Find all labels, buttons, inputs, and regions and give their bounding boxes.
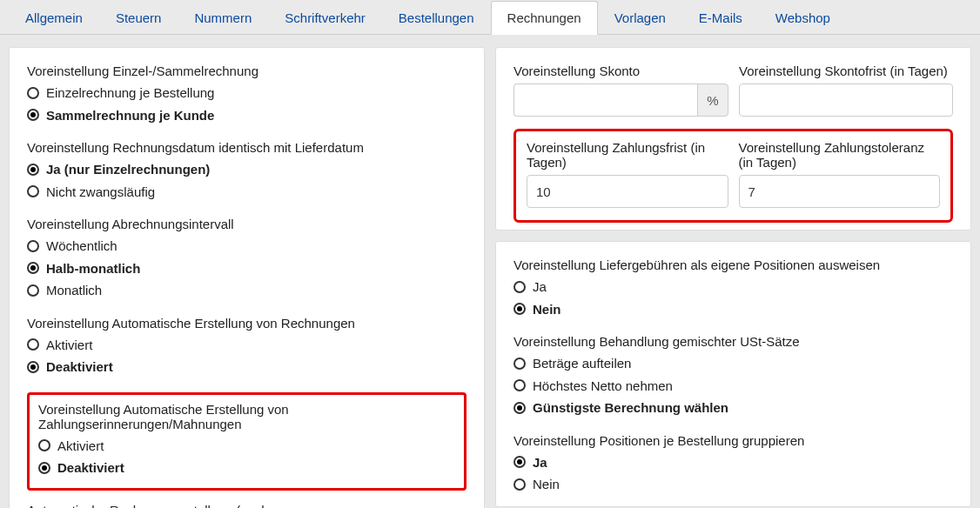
right-panel-bottom: Voreinstellung Liefergebühren als eigene…: [495, 241, 971, 507]
opt-halb-monatlich[interactable]: Halb-monatlich: [27, 257, 467, 280]
input-zahlungstoleranz[interactable]: [739, 175, 941, 208]
radio-icon: [27, 240, 39, 252]
radio-icon: [513, 478, 526, 491]
opt-hoechstes-netto[interactable]: Höchstes Netto nehmen: [513, 375, 953, 398]
opt-einzelrechnung[interactable]: Einzelrechnung je Bestellung: [27, 82, 467, 104]
radio-icon: [38, 462, 50, 474]
opt-ja-einzel[interactable]: Ja (nur Einzelrechnungen): [27, 158, 467, 181]
opt-label: Beträge aufteilen: [533, 352, 631, 375]
group-auto-erstellung: Automatische Rechnungserstellung (auch Z…: [27, 503, 467, 509]
opt-label: Ja (nur Einzelrechnungen): [46, 158, 210, 181]
group-title: Voreinstellung Automatische Erstellung v…: [38, 402, 455, 431]
field-skontofrist: Voreinstellung Skontofrist (in Tagen): [739, 64, 953, 117]
unit-percent: %: [697, 84, 728, 117]
opt-label: Aktiviert: [57, 435, 104, 458]
opt-nein[interactable]: Nein: [513, 473, 953, 496]
group-title: Voreinstellung Einzel-/Sammelrechnung: [27, 64, 467, 78]
group-title: Automatische Rechnungserstellung (auch Z…: [27, 503, 467, 509]
field-zahlungsfrist: Voreinstellung Zahlungsfrist (in Tagen): [527, 140, 728, 208]
opt-label: Sammelrechnung je Kunde: [46, 104, 214, 127]
group-ust-saetze: Voreinstellung Behandlung gemischter USt…: [513, 334, 953, 419]
opt-guenstigste[interactable]: Günstigste Berechnung wählen: [513, 397, 953, 419]
tab-bestellungen[interactable]: Bestellungen: [382, 1, 491, 35]
radio-icon: [513, 402, 526, 414]
right-panel-top: Voreinstellung Skonto % Voreinstellung S…: [495, 47, 971, 231]
input-zahlungsfrist[interactable]: [527, 175, 728, 208]
group-rechnungsdatum: Voreinstellung Rechnungsdatum identisch …: [27, 140, 467, 203]
opt-ja[interactable]: Ja: [513, 276, 953, 298]
field-zahlungstoleranz: Voreinstellung Zahlungstoleranz (in Tage…: [739, 140, 941, 208]
opt-label: Ja: [533, 451, 547, 474]
group-positionen-gruppieren: Voreinstellung Positionen je Bestellung …: [513, 433, 953, 496]
radio-icon: [27, 338, 39, 351]
field-label: Voreinstellung Zahlungsfrist (in Tagen): [527, 140, 728, 170]
group-title: Voreinstellung Abrechnungsintervall: [27, 217, 467, 231]
radio-icon: [27, 262, 39, 274]
opt-monatlich[interactable]: Monatlich: [27, 279, 467, 302]
group-abrechnungsintervall: Voreinstellung Abrechnungsintervall Wöch…: [27, 217, 467, 302]
tab-allgemein[interactable]: Allgemein: [9, 1, 99, 35]
group-title: Voreinstellung Automatische Erstellung v…: [27, 316, 467, 331]
radio-icon: [27, 109, 39, 121]
opt-label: Deaktiviert: [46, 356, 113, 378]
opt-sammelrechnung[interactable]: Sammelrechnung je Kunde: [27, 104, 467, 127]
radio-icon: [27, 185, 39, 197]
highlight-zahlungsfrist: Voreinstellung Zahlungsfrist (in Tagen) …: [513, 129, 953, 223]
radio-icon: [27, 284, 39, 297]
radio-icon: [38, 439, 50, 451]
left-panel: Voreinstellung Einzel-/Sammelrechnung Ei…: [9, 47, 485, 508]
tab-steuern[interactable]: Steuern: [99, 1, 178, 35]
group-title: Voreinstellung Liefergebühren als eigene…: [513, 257, 953, 272]
label-text: Automatische Rechnungserstellung (auch Z…: [27, 503, 269, 509]
tab-bar: Allgemein Steuern Nummern Schriftverkehr…: [0, 0, 980, 35]
group-title: Voreinstellung Behandlung gemischter USt…: [513, 334, 953, 349]
tab-webshop[interactable]: Webshop: [759, 1, 847, 35]
opt-nein[interactable]: Nein: [513, 298, 953, 321]
tab-schriftverkehr[interactable]: Schriftverkehr: [268, 1, 382, 35]
tab-vorlagen[interactable]: Vorlagen: [598, 1, 682, 35]
opt-ja[interactable]: Ja: [513, 451, 953, 474]
group-auto-rechnungen: Voreinstellung Automatische Erstellung v…: [27, 316, 467, 378]
opt-label: Einzelrechnung je Bestellung: [46, 82, 214, 104]
input-skonto[interactable]: [513, 84, 697, 117]
field-label: Voreinstellung Zahlungstoleranz (in Tage…: [739, 140, 941, 170]
opt-label: Wöchentlich: [46, 235, 117, 257]
opt-label: Nicht zwangsläufig: [46, 181, 155, 204]
group-title: Voreinstellung Rechnungsdatum identisch …: [27, 140, 467, 155]
opt-aktiviert[interactable]: Aktiviert: [27, 334, 467, 357]
tab-rechnungen[interactable]: Rechnungen: [491, 1, 598, 35]
opt-label: Günstigste Berechnung wählen: [533, 397, 728, 419]
tab-nummern[interactable]: Nummern: [178, 1, 268, 35]
radio-icon: [513, 358, 526, 370]
opt-deaktiviert[interactable]: Deaktiviert: [38, 457, 455, 479]
group-einzel-sammel: Voreinstellung Einzel-/Sammelrechnung Ei…: [27, 64, 467, 126]
radio-icon: [513, 303, 526, 315]
radio-icon: [513, 379, 526, 391]
opt-label: Halb-monatlich: [46, 257, 140, 280]
radio-icon: [27, 361, 39, 373]
opt-deaktiviert[interactable]: Deaktiviert: [27, 356, 467, 378]
opt-woechentlich[interactable]: Wöchentlich: [27, 235, 467, 257]
opt-betraege-aufteilen[interactable]: Beträge aufteilen: [513, 352, 953, 375]
opt-label: Nein: [533, 473, 560, 496]
opt-label: Höchstes Netto nehmen: [533, 375, 673, 398]
opt-label: Ja: [533, 276, 547, 298]
tab-emails[interactable]: E-Mails: [682, 1, 759, 35]
opt-label: Deaktiviert: [57, 457, 124, 479]
opt-label: Nein: [533, 298, 561, 321]
field-label: Voreinstellung Skontofrist (in Tagen): [739, 64, 953, 78]
opt-nicht-zwangslaeufig[interactable]: Nicht zwangsläufig: [27, 181, 467, 204]
group-title: Voreinstellung Positionen je Bestellung …: [513, 433, 953, 448]
highlight-auto-mahnungen: Voreinstellung Automatische Erstellung v…: [27, 392, 467, 491]
group-liefergebuehren: Voreinstellung Liefergebühren als eigene…: [513, 257, 953, 320]
radio-icon: [27, 87, 39, 99]
opt-label: Aktiviert: [46, 334, 92, 357]
field-label: Voreinstellung Skonto: [513, 64, 728, 78]
radio-icon: [513, 281, 526, 293]
radio-icon: [513, 456, 526, 468]
opt-aktiviert[interactable]: Aktiviert: [38, 435, 455, 458]
radio-icon: [27, 164, 39, 176]
input-skontofrist[interactable]: [739, 84, 953, 117]
opt-label: Monatlich: [46, 279, 102, 302]
field-skonto: Voreinstellung Skonto %: [513, 64, 728, 117]
